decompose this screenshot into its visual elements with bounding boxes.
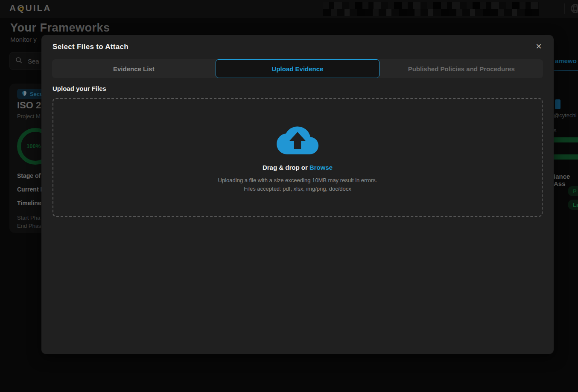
tab-published-policies[interactable]: Published Policies and Procedures bbox=[379, 59, 543, 78]
tab-evidence-list[interactable]: Evidence List bbox=[52, 59, 216, 78]
file-types-hint: Files accepted: pdf, xlsx, img/png, doc/… bbox=[218, 185, 377, 193]
browse-link[interactable]: Browse bbox=[309, 164, 333, 171]
tab-upload-evidence[interactable]: Upload Evidence bbox=[216, 59, 380, 78]
size-limit-hint: Uploading a file with a size exceeding 1… bbox=[218, 176, 377, 185]
upload-section-label: Upload your Files bbox=[53, 85, 106, 92]
select-files-modal: Select Files to Attach ✕ Evidence List U… bbox=[41, 35, 554, 354]
close-icon[interactable]: ✕ bbox=[532, 40, 545, 53]
cloud-upload-icon bbox=[277, 122, 318, 158]
modal-title: Select Files to Attach bbox=[53, 43, 128, 51]
modal-tabbar: Evidence List Upload Evidence Published … bbox=[52, 59, 543, 78]
drag-drop-text: Drag & drop or Browse bbox=[263, 164, 333, 171]
file-dropzone[interactable]: Drag & drop or Browse Uploading a file w… bbox=[53, 98, 543, 217]
upload-hints: Uploading a file with a size exceeding 1… bbox=[218, 176, 377, 193]
